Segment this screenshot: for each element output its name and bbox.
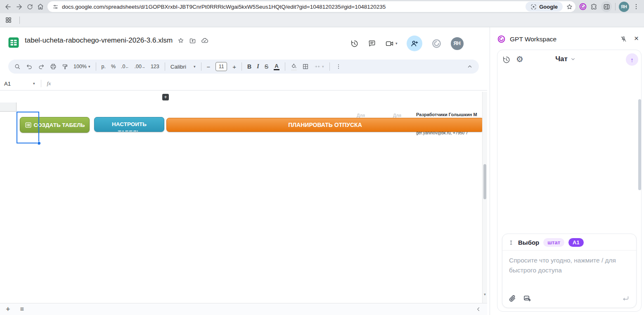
italic-button[interactable]: I [257,63,259,70]
name-box[interactable]: A1 [0,81,33,87]
bookmark-star-icon[interactable] [566,3,573,10]
browser-menu-icon[interactable] [632,3,640,10]
fill-color-icon [291,63,297,69]
person-add-icon [410,39,419,48]
document-title[interactable]: tabel-ucheta-rabochego-vremeni-2026-3.6.… [25,36,173,45]
paint-format-icon[interactable] [62,64,68,70]
chat-history-icon[interactable] [502,55,511,64]
note-n: Для [386,113,409,118]
bookmarks-bar [0,13,644,27]
gpt-workspace-addon-icon[interactable] [431,38,442,49]
decrease-font-size-button[interactable]: − [207,63,211,70]
strikethrough-button[interactable]: S [265,63,268,70]
attach-icon[interactable] [508,294,516,303]
font-size-input[interactable]: 11 [215,62,227,71]
lens-icon [530,4,537,10]
selection-cell-badge[interactable]: A1 [568,238,584,247]
unpin-icon[interactable] [620,36,627,43]
bold-button[interactable]: B [247,63,251,70]
version-history-icon[interactable] [350,39,359,48]
site-info-icon[interactable] [52,4,59,10]
sheet-tab-bar: + ≡ [0,303,487,315]
side-panel-button[interactable] [601,1,612,12]
toolbar-more-icon[interactable] [335,63,342,70]
select-all-corner[interactable] [0,103,17,112]
close-panel-icon[interactable]: × [634,34,639,43]
redo-icon[interactable] [38,63,45,70]
number-format-button[interactable]: 123 [151,64,159,69]
fx-icon: fx [47,80,51,87]
sheets-avatar[interactable]: ЯН [451,37,464,50]
spreadsheet-grid[interactable]: + Для Для Разработчики Голышкин М ger.ya… [0,92,487,303]
developer-note-line1: Разработчики Голышкин М [416,112,483,117]
undo-icon[interactable] [26,63,33,70]
plan-vacations-button[interactable]: ПЛАНИРОВАТЬ ОТПУСКА [166,118,484,132]
url-text[interactable]: docs.google.com/spreadsheets/d/1GOPBXrxb… [62,4,522,10]
increase-font-size-button[interactable]: + [232,63,236,70]
percent-format-button[interactable]: % [111,64,116,69]
collapse-toolbar-icon[interactable] [466,63,473,70]
reload-icon[interactable] [26,3,33,10]
borders-icon[interactable] [302,63,309,70]
scroll-down-icon[interactable]: ▼ [483,293,487,296]
up-arrow-icon: ↑ [630,56,634,63]
search-icon[interactable] [14,63,21,70]
decrease-decimal-button[interactable]: .0← [121,64,129,69]
merge-cells-icon [314,63,321,70]
gpt-panel-header: GPT Workspace [497,35,556,43]
expand-hidden-columns-button[interactable]: + [162,94,169,100]
panel-scrollbar-thumb[interactable] [638,99,641,190]
merge-cells-button[interactable]: ▾ [314,63,324,70]
lens-label: Google [539,4,558,10]
forward-icon[interactable] [15,3,23,11]
star-document-icon[interactable] [178,37,184,44]
meet-button[interactable]: ▾ [385,39,398,48]
fill-handle[interactable] [37,141,41,145]
text-color-button[interactable]: A [274,63,279,70]
share-button[interactable] [407,36,422,51]
send-enter-icon[interactable] [622,295,630,303]
chat-input[interactable]: Спросите что угодно, нажмите / для быстр… [502,251,631,280]
gpt-extension-icon[interactable] [579,2,587,11]
tab-scroll-left-icon[interactable] [476,306,481,312]
name-box-chevron-icon[interactable]: ▾ [33,81,35,86]
text-cursor-icon [508,240,514,246]
home-icon[interactable] [37,3,44,10]
browser-avatar[interactable]: ЯН [619,2,629,12]
print-icon[interactable] [50,63,57,70]
gpt-logo-icon [497,35,506,43]
move-folder-icon[interactable] [189,37,196,44]
apps-grid-icon[interactable] [5,17,12,24]
extensions-puzzle-icon[interactable] [590,3,598,10]
add-image-icon[interactable] [523,294,531,303]
sheets-logo[interactable] [7,36,20,49]
fill-color-button[interactable] [291,63,297,71]
sheets-toolbar: 100%▾ р. % .0← .00→ 123 Calibri▾ − 11 + … [8,60,479,74]
note-m: Для [349,113,372,118]
mode-select[interactable]: Чат [537,55,594,63]
configure-tabel-button[interactable]: НАСТРОИТЬ ТАБЕЛЬ [94,117,164,132]
formula-bar: A1 ▾ fx [0,77,487,91]
screen: docs.google.com/spreadsheets/d/1GOPBXrxb… [0,0,644,315]
gpt-panel-title: GPT Workspace [510,36,556,43]
add-sheet-icon[interactable]: + [6,305,10,314]
font-select[interactable]: Calibri▾ [170,64,196,70]
scrollbar-thumb[interactable] [483,164,486,199]
videocam-icon [385,39,394,48]
scroll-top-button[interactable]: ↑ [626,53,638,66]
currency-format-button[interactable]: р. [102,64,106,69]
zoom-select[interactable]: 100%▾ [73,64,90,69]
settings-gear-icon[interactable]: ⚙ [516,54,523,64]
selection-label: Выбор [518,239,539,246]
formula-input[interactable] [51,77,487,90]
google-lens-chip[interactable]: Google [526,2,563,12]
sheet-scrollbar[interactable]: ▼ [482,92,487,303]
browser-topbar: docs.google.com/spreadsheets/d/1GOPBXrxb… [0,0,644,13]
selection-sheet-badge[interactable]: штат [543,238,564,247]
divider [19,17,20,24]
comments-icon[interactable] [368,39,376,48]
url-bar[interactable]: docs.google.com/spreadsheets/d/1GOPBXrxb… [47,1,575,12]
increase-decimal-button[interactable]: .00→ [135,64,145,69]
back-icon[interactable] [4,3,12,11]
all-sheets-icon[interactable]: ≡ [20,305,24,313]
